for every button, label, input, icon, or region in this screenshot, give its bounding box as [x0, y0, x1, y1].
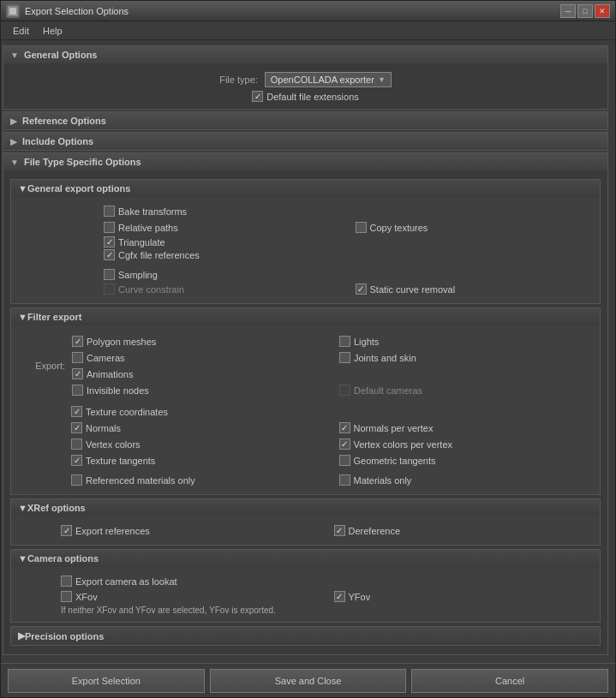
xref-options-grid: Export references Dereference	[18, 523, 593, 538]
opt-geometric-tangents-checkbox[interactable]	[339, 455, 350, 466]
opt-static-curve-removal-label: Static curve removal	[370, 284, 456, 295]
filetype-row: File type: OpenCOLLADA exporter ▼	[10, 72, 601, 87]
opt-cgfx-row: Cgfx file references	[18, 249, 593, 260]
maximize-button[interactable]: □	[577, 4, 593, 18]
opt-vertex-colors-checkbox[interactable]	[71, 438, 82, 450]
subsection-filter-export-header[interactable]: ▼ Filter export	[11, 308, 600, 325]
opt-texture-coords-label: Texture coordinates	[86, 407, 168, 417]
subsection-arrow: ▼	[18, 503, 27, 513]
opt-materials-only-label: Materials only	[354, 475, 412, 486]
subsection-xref-options: ▼ XRef options Export references Derefer…	[10, 498, 601, 546]
opt-polygon-meshes: Polygon meshes	[72, 336, 326, 347]
opt-static-curve-removal: Static curve removal	[356, 283, 594, 295]
opt-curve-constrain: Curve constrain	[104, 283, 342, 295]
opt-triangulate-row: Triangulate	[18, 236, 593, 248]
opt-dereference-label: Dereference	[349, 526, 401, 536]
window-controls: ─ □ ✕	[560, 4, 610, 18]
opt-relative-paths-checkbox[interactable]	[104, 222, 115, 233]
subsection-xref-options-header[interactable]: ▼ XRef options	[11, 499, 600, 516]
opt-texture-tangents-checkbox[interactable]	[71, 455, 82, 466]
opt-normals-per-vertex-checkbox[interactable]	[339, 422, 350, 433]
opt-dereference-checkbox[interactable]	[334, 525, 345, 536]
opt-triangulate-checkbox[interactable]	[104, 236, 115, 248]
menubar: Edit Help	[1, 21, 615, 40]
export-selection-button[interactable]: Export Selection	[8, 669, 205, 693]
opt-bake-transforms-label: Bake transforms	[118, 206, 187, 217]
section-general-options-header[interactable]: ▼ General Options	[3, 46, 607, 63]
section-arrow: ▶	[10, 116, 17, 126]
opt-texture-tangents-label: Texture tangents	[86, 456, 155, 466]
opt-cgfx-label: Cgfx file references	[118, 250, 200, 260]
minimize-button[interactable]: ─	[560, 4, 576, 18]
section-label: General Options	[24, 50, 98, 60]
section-reference-options-header[interactable]: ▶ Reference Options	[3, 111, 608, 130]
opt-ref-materials-checkbox[interactable]	[71, 474, 82, 486]
default-ext-checkbox[interactable]	[252, 91, 263, 102]
empty-cell2	[339, 367, 593, 367]
opt-invisible-nodes-label: Invisible nodes	[87, 385, 149, 396]
opt-xfov: XFov	[61, 591, 320, 602]
opt-default-cameras-checkbox[interactable]	[339, 385, 350, 396]
content-area[interactable]: ▼ General Options File type: OpenCOLLADA…	[1, 40, 615, 663]
subsection-camera-options: ▼ Camera options Export camera as lookat	[10, 549, 601, 623]
opt-copy-textures-checkbox[interactable]	[356, 222, 367, 233]
subsection-label: Precision options	[25, 631, 104, 641]
opt-static-curve-removal-checkbox[interactable]	[356, 283, 367, 295]
default-ext-label: Default file extensions	[266, 92, 359, 102]
spacer	[18, 262, 593, 267]
section-file-type-specific: ▼ File Type Specific Options ▼ General e…	[3, 152, 608, 655]
section-file-type-specific-content: ▼ General export options Bake transforms	[3, 170, 607, 654]
opt-yfov-label: YFov	[349, 592, 371, 602]
opt-cameras-checkbox[interactable]	[72, 352, 83, 363]
opt-lights: Lights	[339, 336, 593, 347]
close-button[interactable]: ✕	[595, 4, 610, 18]
opt-invisible-nodes: Invisible nodes	[72, 385, 326, 396]
opt-export-refs-checkbox[interactable]	[61, 525, 72, 536]
subsection-general-export-header[interactable]: ▼ General export options	[11, 180, 600, 197]
window-icon	[6, 4, 20, 18]
subsection-arrow: ▼	[18, 312, 27, 322]
opt-xfov-label: XFov	[75, 592, 98, 602]
subsection-filter-export-content: Export: Polygon meshes Lights	[11, 325, 600, 494]
opt-animations-label: Animations	[87, 369, 133, 379]
save-and-close-button[interactable]: Save and Close	[210, 669, 407, 693]
opt-export-camera-lookat: Export camera as lookat	[61, 576, 593, 587]
opt-texture-coords: Texture coordinates	[71, 406, 326, 417]
opt-xfov-checkbox[interactable]	[61, 591, 72, 602]
opt-normals-per-vertex: Normals per vertex	[339, 422, 594, 433]
opt-polygon-meshes-checkbox[interactable]	[72, 336, 83, 347]
section-file-type-specific-header[interactable]: ▼ File Type Specific Options	[3, 153, 607, 170]
section-include-options-header[interactable]: ▶ Include Options	[3, 132, 608, 151]
subsection-camera-options-header[interactable]: ▼ Camera options	[11, 550, 600, 567]
subsection-xref-content: Export references Dereference	[11, 516, 600, 545]
opt-cgfx-checkbox[interactable]	[104, 249, 115, 260]
subsection-label: Camera options	[27, 553, 99, 564]
opt-animations-checkbox[interactable]	[72, 368, 83, 379]
opt-export-camera-lookat-checkbox[interactable]	[61, 576, 72, 587]
opt-curve-constrain-checkbox[interactable]	[104, 283, 115, 295]
cancel-button[interactable]: Cancel	[411, 669, 608, 693]
opt-invisible-nodes-checkbox[interactable]	[72, 385, 83, 396]
menu-edit[interactable]: Edit	[6, 24, 36, 38]
opt-texture-coords-checkbox[interactable]	[71, 406, 82, 417]
opt-ref-materials-label: Referenced materials only	[86, 475, 195, 486]
subsection-label: Filter export	[27, 312, 82, 322]
subsection-precision-options-header[interactable]: ▶ Precision options	[11, 627, 600, 645]
opt-bake-transforms-checkbox[interactable]	[104, 206, 115, 217]
opt-vertex-colors-per-vertex-checkbox[interactable]	[339, 438, 350, 450]
opt-joints-skin-checkbox[interactable]	[339, 352, 350, 363]
opt-lights-checkbox[interactable]	[339, 336, 350, 347]
opt-sampling-checkbox[interactable]	[104, 269, 115, 280]
opt-yfov-checkbox[interactable]	[334, 591, 345, 602]
opt-cameras: Cameras	[72, 352, 326, 363]
opt-vertex-colors: Vertex colors	[71, 438, 326, 450]
opt-materials-only-checkbox[interactable]	[339, 474, 350, 486]
extra-options-grid: Texture coordinates Normals Normals per …	[71, 404, 593, 468]
title-bar: Export Selection Options ─ □ ✕	[1, 1, 615, 21]
export-col-grid: Polygon meshes Lights Cameras	[72, 334, 593, 397]
menu-help[interactable]: Help	[36, 24, 69, 38]
opt-normals-checkbox[interactable]	[71, 422, 82, 433]
filetype-dropdown[interactable]: OpenCOLLADA exporter ▼	[265, 72, 392, 87]
opt-yfov: YFov	[334, 591, 594, 602]
default-ext-row: Default file extensions	[10, 91, 601, 102]
